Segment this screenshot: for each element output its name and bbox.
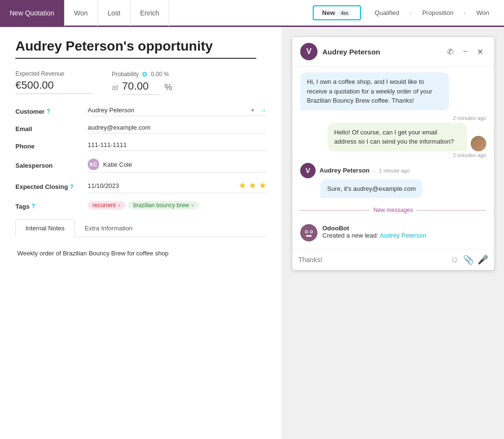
email-label: Email: [15, 125, 32, 133]
customer-field-row: Customer ? ▾ →: [15, 106, 266, 116]
chat-contact-name: Audrey Peterson: [322, 48, 439, 56]
new-messages-label: New messages: [373, 207, 413, 213]
chat-close-button[interactable]: ✕: [474, 46, 486, 57]
customer-ext-link[interactable]: →: [260, 106, 266, 114]
tag-recurrent[interactable]: recurrent ×: [88, 201, 125, 210]
tags-label: Tags: [15, 203, 29, 210]
stage-new[interactable]: New 4m: [313, 5, 361, 20]
svg-point-0: [300, 224, 318, 241]
odoobot-message: Created a new lead: Audrey Peterson: [322, 232, 486, 239]
message-bubble-customer: Hi, I own a coffee shop, and I would lik…: [300, 72, 449, 110]
chat-message-3: V Audrey Peterson - 1 minute ago Sure, i…: [300, 163, 486, 199]
chat-message-1: Hi, I own a coffee shop, and I would lik…: [300, 72, 486, 110]
tags-field-row: Tags ? recurrent × brazilian bouncy brew…: [15, 201, 266, 212]
odoobot-info: OdooBot Created a new lead: Audrey Peter…: [322, 224, 486, 239]
won-button[interactable]: Won: [65, 0, 98, 27]
customer-value-container[interactable]: ▾ →: [88, 106, 266, 116]
odoobot-lead-link[interactable]: Audrey Peterson: [380, 232, 426, 239]
sender-dash: -: [373, 168, 375, 173]
phone-field-row: Phone: [15, 141, 266, 151]
expected-closing-input[interactable]: [88, 182, 229, 189]
svg-rect-5: [306, 235, 312, 237]
tabs-row: Internal Notes Extra Information: [15, 219, 266, 237]
customer-label: Customer: [15, 108, 45, 115]
odoobot-message-row: OdooBot Created a new lead: Audrey Peter…: [300, 222, 486, 243]
chat-input[interactable]: [298, 256, 447, 264]
tag-brazilian-bouncy-brew[interactable]: brazilian bouncy brew ×: [128, 201, 199, 210]
salesperson-label: Salesperson: [15, 162, 53, 169]
notes-text: Weekly order of Brazilian Bouncy Brew fo…: [17, 250, 169, 257]
email-value-container[interactable]: [88, 124, 266, 133]
attach-icon[interactable]: 📎: [463, 254, 474, 265]
enrich-button[interactable]: Enrich: [131, 0, 170, 27]
salesperson-name: Katie Cole: [103, 161, 132, 168]
chat-panel: V Audrey Peterson ✆ − ✕ Hi, I own a coff…: [292, 37, 494, 270]
mic-icon[interactable]: 🎤: [477, 254, 488, 265]
probability-input[interactable]: [122, 80, 160, 95]
notes-content[interactable]: Weekly order of Brazilian Bouncy Brew fo…: [15, 245, 266, 274]
stage-won[interactable]: Won: [467, 6, 499, 20]
tag-bbb-remove[interactable]: ×: [191, 202, 194, 208]
odoobot-icon: [300, 224, 318, 241]
new-quotation-button[interactable]: New Quotation: [0, 0, 65, 27]
divider-line-right: [417, 210, 486, 211]
page-title: Audrey Peterson's opportunity: [15, 39, 266, 54]
chat-message-2: 2 minutes ago Hello! Of course, can I ge…: [300, 115, 486, 158]
stage-arrow-2: ›: [410, 9, 412, 17]
stage-qualified-label: Qualified: [374, 9, 399, 16]
title-divider: [15, 58, 256, 59]
phone-value-container[interactable]: [88, 141, 266, 151]
salesperson-value-container[interactable]: KC Katie Cole: [88, 159, 266, 173]
expected-closing-value-container[interactable]: ★ ★ ★: [88, 180, 266, 193]
expected-revenue-value[interactable]: €500.00: [15, 79, 93, 94]
tag-recurrent-remove[interactable]: ×: [118, 202, 120, 208]
phone-input[interactable]: [88, 141, 266, 148]
tags-help[interactable]: ?: [31, 203, 35, 210]
tab-internal-notes[interactable]: Internal Notes: [15, 219, 75, 237]
sender-avatar: V: [300, 163, 316, 178]
probability-percent-sign: %: [164, 82, 172, 93]
phone-label: Phone: [15, 143, 35, 150]
customer-input[interactable]: [88, 106, 247, 114]
chat-contact-avatar: V: [300, 43, 318, 60]
divider-line-left: [300, 210, 370, 211]
stage-arrow-1: ›: [362, 9, 364, 17]
svg-point-4: [311, 231, 312, 233]
svg-point-3: [306, 231, 307, 233]
avatar: KC: [88, 159, 99, 170]
customer-help[interactable]: ?: [47, 108, 50, 115]
chat-actions: ✆ − ✕: [444, 46, 486, 57]
stage-qualified[interactable]: Qualified: [365, 6, 408, 20]
chat-phone-button[interactable]: ✆: [444, 46, 456, 57]
emoji-icon[interactable]: ☺: [451, 255, 459, 265]
stage-proposition-label: Proposition: [422, 9, 453, 16]
revenue-section: Expected Revenue €500.00 Probability ⚙ 0…: [15, 70, 266, 95]
expected-revenue-label: Expected Revenue: [15, 70, 93, 77]
customer-dropdown-arrow[interactable]: ▾: [251, 106, 254, 114]
message-bubble-agent: Hello! Of course, can I get your email a…: [328, 123, 467, 151]
tags-container: recurrent × brazilian bouncy brew ×: [88, 201, 266, 212]
form-panel: Audrey Peterson's opportunity Expected R…: [0, 27, 282, 439]
stage-new-label: New: [322, 9, 335, 16]
gear-icon[interactable]: ⚙: [142, 70, 148, 78]
message-bubble-customer2: Sure, it's audrey@example.com: [320, 179, 486, 199]
tag-bbb-label: brazilian bouncy brew: [133, 202, 189, 209]
probability-at: at: [112, 83, 118, 92]
priority-stars[interactable]: ★ ★ ★: [239, 180, 266, 191]
chat-panel-wrapper: V Audrey Peterson ✆ − ✕ Hi, I own a coff…: [282, 27, 504, 439]
message-timestamp-agent-below: 2 minutes ago: [300, 152, 486, 158]
expected-revenue-block: Expected Revenue €500.00: [15, 70, 93, 94]
tab-extra-information[interactable]: Extra Information: [75, 219, 143, 237]
chat-minimize-button[interactable]: −: [460, 46, 470, 57]
sender-time: 1 minute ago: [379, 168, 410, 173]
stage-proposition[interactable]: Proposition: [413, 6, 463, 20]
pipeline-stages: New 4m › Qualified › Proposition › Won: [313, 5, 504, 20]
tag-recurrent-label: recurrent: [93, 202, 116, 209]
email-input[interactable]: [88, 124, 266, 131]
lost-button[interactable]: Lost: [98, 0, 130, 27]
probability-block: Probability ⚙ 0.00 % at %: [112, 70, 172, 95]
message-timestamp-agent: 2 minutes ago: [300, 115, 486, 121]
stage-won-label: Won: [477, 9, 490, 16]
expected-closing-help[interactable]: ?: [70, 184, 73, 190]
new-messages-divider: New messages: [300, 207, 486, 213]
